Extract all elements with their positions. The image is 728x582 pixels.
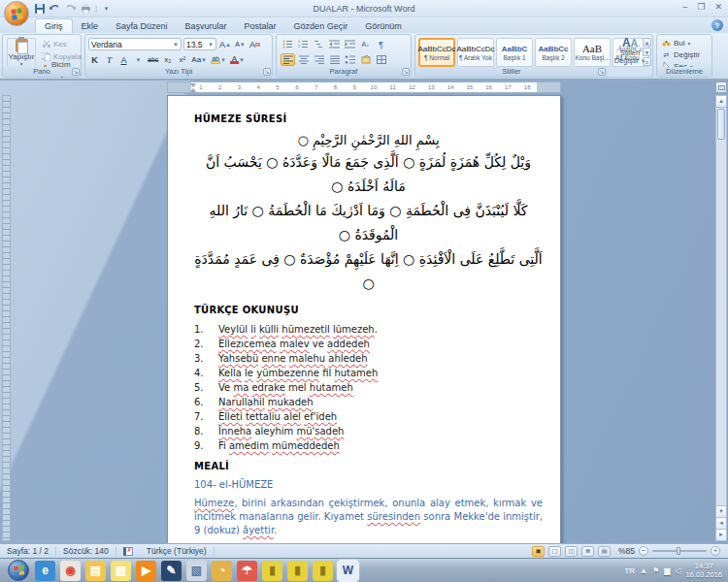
word-count[interactable]: Sözcük: 140 — [56, 546, 116, 557]
google-chrome-icon[interactable]: ◉ — [60, 561, 81, 581]
writer-app-icon[interactable]: ✎ — [161, 561, 182, 581]
page-indicator[interactable]: Sayfa: 1 / 2 — [0, 546, 56, 557]
align-center-button[interactable] — [296, 53, 311, 66]
underline-dropdown[interactable]: ▼ — [132, 53, 145, 66]
fullscreen-view-button[interactable]: ▢ — [548, 546, 561, 557]
language-bar[interactable]: TR — [624, 566, 635, 575]
style-chip[interactable]: AaBbCcDc ¶ Normal — [418, 38, 455, 67]
minimize-button[interactable]: – — [682, 2, 687, 12]
borders-button[interactable] — [374, 53, 388, 66]
underline-button[interactable]: A — [117, 53, 130, 66]
strikethrough-button[interactable]: abc — [147, 53, 159, 66]
zoom-out-button[interactable]: − — [639, 546, 648, 556]
font-dialog-launcher[interactable]: ↘ — [263, 68, 271, 76]
ribbon-tab[interactable]: Ekle — [73, 19, 108, 33]
umbrella-app-icon[interactable]: ☂ — [237, 561, 257, 581]
outline-view-button[interactable]: ≣ — [581, 546, 594, 557]
show-paragraph-marks-button[interactable]: ¶ — [374, 38, 388, 50]
decrease-indent-button[interactable] — [327, 38, 342, 50]
shading-button[interactable] — [358, 53, 373, 66]
taskbar-clock[interactable]: 14:37 16.03.2016 — [685, 562, 722, 579]
align-left-button[interactable] — [281, 53, 295, 66]
folder-icon[interactable]: ▤ — [85, 561, 106, 581]
increase-indent-button[interactable] — [343, 38, 357, 50]
database-app-2-icon[interactable]: ▮ — [287, 561, 308, 581]
ms-word-icon[interactable]: W — [338, 561, 358, 581]
zoom-slider-thumb[interactable] — [677, 547, 680, 555]
volume-icon[interactable]: ◁ — [675, 566, 680, 575]
horizontal-ruler[interactable]: 123456789101112131415161718 — [167, 81, 561, 93]
network-icon[interactable]: ▆ — [664, 566, 670, 575]
scrollbar-thumb[interactable] — [717, 109, 725, 140]
bold-button[interactable]: K — [88, 53, 101, 66]
print-layout-view-button[interactable]: ▣ — [532, 546, 545, 557]
web-layout-view-button[interactable]: ◫ — [565, 546, 578, 557]
ribbon-tab[interactable]: Başvurular — [177, 19, 236, 33]
previous-page-button[interactable]: ◄ — [716, 517, 726, 529]
bullets-button[interactable] — [281, 38, 295, 50]
multilevel-list-button[interactable] — [312, 38, 326, 50]
pano-dialog-launcher[interactable]: ↘ — [72, 68, 80, 76]
superscript-button[interactable]: x² — [176, 53, 188, 66]
draft-view-button[interactable]: ▤ — [598, 546, 611, 557]
ribbon-tab[interactable]: Görünüm — [356, 19, 411, 33]
media-player-icon[interactable]: ▶ — [136, 561, 156, 581]
scroll-down-arrow[interactable]: ▼ — [716, 505, 726, 517]
indent-markers[interactable] — [190, 83, 197, 92]
align-right-button[interactable] — [312, 53, 326, 66]
style-chip[interactable]: AaBbC Başlık 1 — [496, 38, 533, 67]
action-center-icon[interactable]: ⚑ — [652, 566, 659, 575]
database-app-1-icon[interactable]: ▮ — [262, 561, 282, 581]
shrink-font-button[interactable]: A▼ — [234, 38, 247, 50]
sort-button[interactable]: A↓ — [358, 38, 373, 50]
paragraph-dialog-launcher[interactable]: ↘ — [402, 68, 410, 76]
vertical-scrollbar[interactable]: ▲ ▼ ◄ ► — [715, 95, 727, 541]
spellcheck-status[interactable] — [116, 546, 140, 557]
ribbon-tab[interactable]: Giriş — [35, 18, 73, 33]
database-app-3-icon[interactable]: ▮ — [313, 561, 333, 581]
paste-button[interactable]: Yapıştır ▼ — [7, 38, 36, 68]
close-button[interactable]: ✕ — [714, 2, 722, 12]
grow-font-button[interactable]: A▲ — [218, 38, 232, 50]
font-name-combo[interactable]: Verdana▼ — [88, 38, 182, 50]
clock-app-icon[interactable]: ◔ — [212, 561, 232, 581]
print-preview-button[interactable] — [80, 2, 92, 15]
vertical-ruler[interactable] — [2, 95, 11, 541]
ribbon-tab[interactable]: Postalar — [236, 19, 285, 33]
scroll-up-arrow[interactable]: ▲ — [716, 96, 726, 108]
qat-menu-button[interactable]: ▼ — [100, 2, 113, 15]
line-spacing-button[interactable] — [343, 53, 357, 66]
italic-button[interactable]: T — [103, 53, 116, 66]
document-page[interactable]: HÜMEZE SÜRESİ بِسْمِ اللهِ الرَّحْمٰنِ ا… — [167, 95, 561, 543]
sticky-notes-icon[interactable]: ▨ — [111, 561, 131, 581]
start-button[interactable] — [8, 560, 29, 581]
style-chip[interactable]: AaB Konu Başl... — [574, 38, 611, 67]
office-button[interactable] — [4, 1, 29, 26]
clear-formatting-button[interactable]: A — [248, 38, 261, 50]
zoom-in-button[interactable]: + — [711, 546, 720, 556]
styles-dialog-launcher[interactable]: ↘ — [598, 68, 606, 76]
undo-button[interactable] — [49, 2, 61, 15]
subscript-button[interactable]: x₂ — [161, 53, 174, 66]
next-page-button[interactable]: ► — [716, 529, 726, 540]
font-size-combo[interactable]: 13,5▼ — [183, 38, 216, 50]
ribbon-tab[interactable]: Gözden Geçir — [285, 19, 357, 33]
change-case-button[interactable]: Aa▼ — [190, 53, 208, 66]
font-color-button[interactable]: A▼ — [229, 53, 246, 66]
restore-button[interactable]: ❐ — [697, 2, 705, 12]
numbering-button[interactable]: 12 — [296, 38, 311, 50]
zoom-slider[interactable] — [652, 550, 707, 552]
style-chip[interactable]: AaBbCc Başlık 2 — [535, 38, 572, 67]
save-button[interactable] — [33, 2, 46, 15]
show-hidden-icons[interactable]: ▲ — [640, 566, 647, 575]
ribbon-tab[interactable]: Sayfa Düzeni — [107, 19, 177, 33]
change-styles-button[interactable]: AA StilleriDeğiştir ▼ — [610, 37, 650, 65]
redo-button[interactable] — [64, 2, 77, 15]
justify-button[interactable] — [327, 53, 342, 66]
help-icon[interactable]: ? — [711, 19, 723, 31]
photo-viewer-icon[interactable]: ▧ — [186, 561, 207, 581]
style-chip[interactable]: AaBbCcDc ¶ Aralık Yok — [457, 38, 494, 67]
internet-explorer-icon[interactable]: e — [35, 561, 55, 581]
zoom-level[interactable]: %85 — [618, 546, 635, 556]
language-indicator[interactable]: Türkçe (Türkiye) — [140, 546, 215, 557]
